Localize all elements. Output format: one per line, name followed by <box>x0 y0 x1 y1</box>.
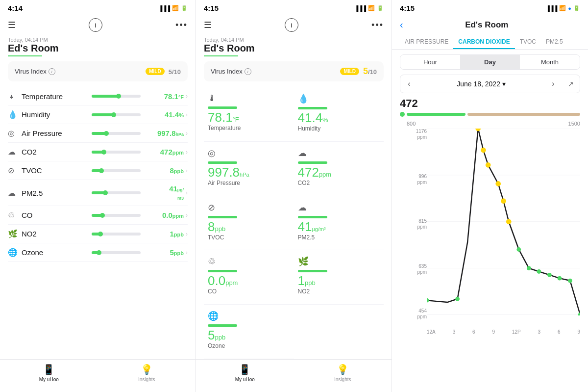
myuhoo-icon-2: 📱 <box>239 364 251 375</box>
nav-myuhoo-2[interactable]: 📱 My uHoo <box>196 364 294 382</box>
virus-score-1: 5/10 <box>169 66 181 77</box>
tab-hour[interactable]: Hour <box>400 55 460 69</box>
insights-label-1: Insights <box>138 377 155 382</box>
metric-pm25-1[interactable]: ☁ PM2.5 41µg/m3 › <box>8 180 188 206</box>
p2-co-label: CO <box>208 288 290 295</box>
p2-ap-value: 997.8hPa <box>208 166 290 179</box>
x-label-9a: 9 <box>492 329 495 335</box>
panel3-header: ‹ Ed's Room <box>392 14 588 33</box>
x-label-12p: 12P <box>512 329 521 335</box>
no2-bar-1 <box>92 233 141 235</box>
tab-month[interactable]: Month <box>520 55 580 69</box>
metric-tvoc-1[interactable]: ⊘ TVOC 8ppb › <box>8 161 188 180</box>
p2-pm25-label: PM2.5 <box>298 234 380 241</box>
p2-ozone-bar <box>208 324 237 327</box>
mild-badge-1: MILD <box>146 68 164 75</box>
tab-tvoc[interactable]: TVOC <box>515 35 541 49</box>
humidity-value-1: 41.4% <box>145 110 184 119</box>
p2-no2-value: 1ppb <box>298 274 380 287</box>
virus-index-1: Virus Index i MILD 5/10 <box>8 61 188 81</box>
virus-info-icon-2[interactable]: i <box>245 68 251 75</box>
panel-3: 4:15 ▐▐▐ 📶 ● 🔋 ‹ Ed's Room AIR PRESSURE … <box>392 0 588 392</box>
wifi-icon-1: 📶 <box>172 5 179 11</box>
svg-point-13 <box>516 247 521 252</box>
y-label-1176: 1176ppm <box>400 129 427 140</box>
tab-day[interactable]: Day <box>460 55 520 69</box>
y-label-454: 454ppm <box>400 308 427 320</box>
x-label-3p: 3 <box>538 329 541 335</box>
tab-carbon-dioxide[interactable]: CARBON DIOXIDE <box>453 35 514 49</box>
tab-air-pressure[interactable]: AIR PRESSURE <box>400 35 453 49</box>
myuhoo-label-2: My uHoo <box>235 377 255 382</box>
info-button-2[interactable]: i <box>285 18 298 32</box>
nav-insights-2[interactable]: 💡 Insights <box>294 364 392 382</box>
panel-header-1: ☰ i ••• <box>0 14 196 36</box>
p2-temp-bar <box>208 106 237 109</box>
p2-ap-bar <box>208 161 237 164</box>
menu-icon-1[interactable]: ☰ <box>8 20 16 30</box>
panel-1: 4:14 ▐▐▐ 📶 🔋 ☰ i ••• Today, 04:14 PM Ed'… <box>0 0 196 392</box>
p2-no2-label: NO2 <box>298 288 380 295</box>
p2-ozone[interactable]: 🌐 5ppb Ozone <box>204 305 294 359</box>
pm25-label-1: PM2.5 <box>22 189 88 197</box>
more-button-1[interactable]: ••• <box>175 20 188 30</box>
signal-icon-3: ▐▐▐ <box>546 5 557 11</box>
p2-pm25[interactable]: ☁ 41µg/m³ PM2.5 <box>294 196 384 251</box>
scale-bar-tan <box>467 113 580 116</box>
insights-icon-2: 💡 <box>337 364 349 375</box>
airpressure-value-1: 997.8hPa <box>145 129 184 137</box>
date-next-button[interactable]: › <box>544 75 562 93</box>
p2-humidity-value: 41.4% <box>298 111 380 124</box>
svg-point-11 <box>427 298 429 303</box>
co2-label-1: CO2 <box>22 148 88 156</box>
status-bar-2: 4:15 ▐▐▐ 📶 🔋 <box>196 0 392 14</box>
p2-co[interactable]: ♲ 0.0ppm CO <box>204 250 294 305</box>
co2-chevron-1: › <box>186 149 188 156</box>
svg-point-5 <box>476 129 481 131</box>
p2-co2-icon: ☁ <box>298 148 307 158</box>
metric-temperature-1[interactable]: 🌡 Temperature 78.1°F › <box>8 87 188 105</box>
p2-tvoc[interactable]: ⊘ 8ppb TVOC <box>204 196 294 251</box>
metric-ozone-1[interactable]: 🌐 Ozone 5ppb › <box>8 243 188 262</box>
menu-icon-2[interactable]: ☰ <box>204 20 212 30</box>
p2-tvoc-label: TVOC <box>208 234 290 241</box>
p2-temperature[interactable]: 🌡 78.1°F Temperature <box>204 87 294 142</box>
co2-bar-1 <box>92 151 141 154</box>
back-button[interactable]: ‹ <box>400 19 403 30</box>
chart-current-value: 472 <box>400 97 580 110</box>
metric-co-1[interactable]: ♲ CO 0.0ppm › <box>8 206 188 225</box>
date-expand-button[interactable]: ↗ <box>562 75 580 93</box>
info-button-1[interactable]: i <box>89 18 102 32</box>
metric-humidity-1[interactable]: 💧 Humidity 41.4% › <box>8 105 188 124</box>
signal-icon-1: ▐▐▐ <box>159 5 170 11</box>
date-prev-button[interactable]: ‹ <box>400 75 418 93</box>
scale-bar-green <box>407 113 466 116</box>
p2-pm25-icon: ☁ <box>298 202 307 213</box>
virus-label-2: Virus Index i <box>211 68 251 75</box>
p2-pm25-value: 41µg/m³ <box>298 220 380 233</box>
p2-airpressure[interactable]: ◎ 997.8hPa Air Pressure <box>204 142 294 196</box>
svg-point-14 <box>527 266 531 270</box>
chart-area: 472 800 1500 1176ppm 996ppm 815ppm 635pp… <box>392 97 588 392</box>
metric-no2-1[interactable]: 🌿 NO2 1ppb › <box>8 225 188 243</box>
nav-insights-1[interactable]: 💡 Insights <box>98 364 196 382</box>
x-label-6p: 6 <box>558 329 561 335</box>
virus-label-1: Virus Index i <box>15 68 55 75</box>
metrics-grid-2: 🌡 78.1°F Temperature 💧 41.4% Humidity ◎ … <box>196 87 392 359</box>
tvoc-icon-1: ⊘ <box>8 166 22 175</box>
tab-pm25[interactable]: PM2.5 <box>541 35 568 49</box>
co-value-1: 0.0ppm <box>145 211 184 219</box>
bottom-nav-2: 📱 My uHoo 💡 Insights <box>196 359 392 392</box>
wifi-icon-2: 📶 <box>368 5 375 11</box>
p2-co2[interactable]: ☁ 472ppm CO2 <box>294 142 384 196</box>
p2-no2[interactable]: 🌿 1ppb NO2 <box>294 250 384 305</box>
p2-humidity[interactable]: 💧 41.4% Humidity <box>294 87 384 142</box>
virus-info-icon-1[interactable]: i <box>49 68 55 75</box>
tvoc-label-1: TVOC <box>22 166 88 175</box>
metric-airpressure-1[interactable]: ◎ Air Pressure 997.8hPa › <box>8 124 188 143</box>
more-button-2[interactable]: ••• <box>371 20 384 30</box>
metric-co2-1[interactable]: ☁ CO2 472ppm › <box>8 143 188 161</box>
svg-point-9 <box>501 199 506 204</box>
nav-myuhoo-1[interactable]: 📱 My uHoo <box>0 364 98 382</box>
airpressure-icon-1: ◎ <box>8 129 22 138</box>
